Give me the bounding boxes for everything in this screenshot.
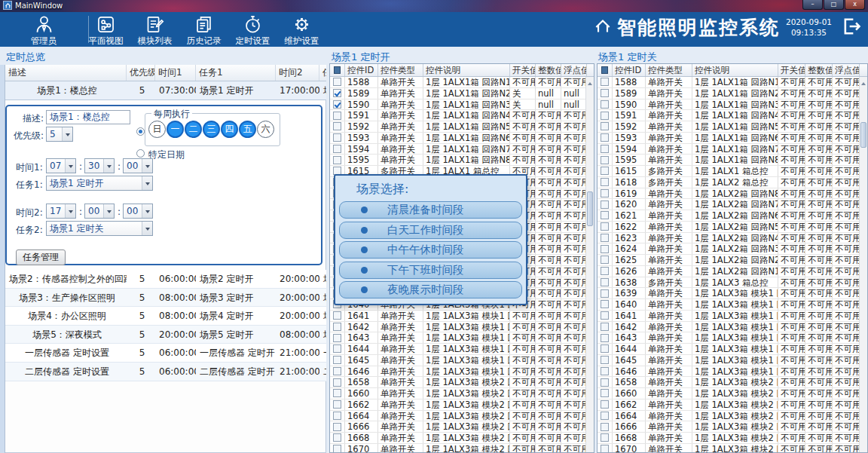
day-circle-四[interactable]: 四 <box>221 121 238 138</box>
scene-on-row[interactable]: 1641单路开关1层 1ALX3箱 模块1 回路N6不可用不可用不可用 <box>330 311 587 322</box>
scene-option-button[interactable]: 白天工作时间段 <box>339 222 522 239</box>
column-header[interactable]: 优先级 <box>127 65 155 81</box>
overview-row[interactable]: 一层传感器 定时设置506:00:00一层传感器 定时开21:00:00一层传感… <box>5 344 326 363</box>
row-checkbox[interactable] <box>601 112 609 120</box>
scene-off-row[interactable]: 1595单路开关1层 1ALX1箱 回路N8不可用不可用不可用 <box>598 155 860 166</box>
scene-off-row[interactable]: 1588单路开关1层 1ALX1箱 回路N1不可用不可用不可用 <box>598 77 860 88</box>
row-checkbox[interactable] <box>333 145 341 153</box>
column-header[interactable]: 任务1 <box>196 65 276 81</box>
row-checkbox[interactable] <box>333 112 341 120</box>
nav-item-timing-settings[interactable]: 定时设置 <box>228 14 277 47</box>
row-checkbox[interactable] <box>601 300 609 308</box>
column-header[interactable]: 浮点值 <box>833 64 860 76</box>
overview-row[interactable]: 场景3：生产操作区照明508:00:00场景3 定时开20:00:00场景3 定… <box>5 289 326 308</box>
column-header[interactable]: 任务2 <box>319 65 326 81</box>
scene-off-row[interactable]: 1615多路开关1层 1ALX1 箱总控不可用不可用不可用 <box>598 166 860 177</box>
day-circle-三[interactable]: 三 <box>203 121 220 138</box>
scene-off-row[interactable]: 1645单路开关1层 1ALX3箱 模块1 回路N2不可用不可用不可用 <box>598 355 860 366</box>
close-button[interactable]: x <box>845 0 865 10</box>
row-checkbox[interactable] <box>601 433 609 442</box>
nav-item-history[interactable]: 历史记录 <box>179 14 228 47</box>
row-checkbox[interactable] <box>333 100 341 109</box>
row-checkbox[interactable] <box>601 211 609 219</box>
row-checkbox[interactable] <box>601 344 609 353</box>
scene-off-row[interactable]: 1593单路开关1层 1ALX1箱 回路N6不可用不可用不可用 <box>598 133 860 144</box>
row-checkbox[interactable] <box>333 156 341 164</box>
scene-on-row[interactable]: 1645单路开关1层 1ALX3箱 模块1 回路N2不可用不可用不可用 <box>330 355 587 366</box>
row-checkbox[interactable] <box>333 311 341 320</box>
specific-date-radio[interactable] <box>136 149 145 158</box>
row-checkbox[interactable] <box>601 89 609 97</box>
select-all-checkbox[interactable] <box>598 64 613 76</box>
scene-on-row[interactable]: 1589单路开关1层 1ALX1箱 回路N2关nullnull <box>330 88 587 99</box>
row-checkbox[interactable] <box>601 145 609 153</box>
scene-on-row[interactable]: 1646单路开关1层 1ALX3箱 模块1 回路N1不可用不可用不可用 <box>330 366 587 378</box>
row-checkbox[interactable] <box>601 323 609 331</box>
scene-off-row[interactable]: 1621单路开关1层 1ALX2箱 回路N6不可用不可用不可用 <box>598 210 860 222</box>
column-header[interactable]: 控件类型 <box>378 64 423 76</box>
scene-on-row[interactable]: 1591单路开关1层 1ALX1箱 回路N4不可用不可用不可用 <box>330 110 587 121</box>
row-checkbox[interactable] <box>333 323 341 331</box>
column-header[interactable]: 开关值 <box>778 64 805 76</box>
day-circle-六[interactable]: 六 <box>257 121 274 138</box>
row-checkbox[interactable] <box>601 334 609 342</box>
scene-off-row[interactable]: 1639单路开关1层 1ALX3箱 模块1 回路N8不可用不可用不可用 <box>598 288 860 299</box>
row-checkbox[interactable] <box>601 389 609 397</box>
time2-minute-select[interactable]: 00 <box>84 204 115 219</box>
scene-on-row[interactable]: 1642单路开关1层 1ALX3箱 模块1 回路N5不可用不可用不可用 <box>330 322 587 333</box>
row-checkbox[interactable] <box>333 356 341 364</box>
overview-row-selected[interactable]: 场景1：楼总控507:30:00场景1 定时开17:00:00场景1 定时关 <box>5 81 326 100</box>
scene-off-row[interactable]: 1589单路开关1层 1ALX1箱 回路N2不可用不可用不可用 <box>598 88 860 99</box>
row-checkbox[interactable] <box>601 423 609 431</box>
scene-off-row[interactable]: 1668单路开关1层 1ALX3箱 模块2 回路N14不可用不可用不可用 <box>598 433 860 444</box>
scene-off-row[interactable]: 1644单路开关1层 1ALX3箱 模块1 回路N3不可用不可用不可用 <box>598 344 860 355</box>
scene-off-row[interactable]: 1620单路开关1层 1ALX2箱 回路N7不可用不可用不可用 <box>598 199 860 210</box>
nav-item-maintenance-settings[interactable]: 维护设置 <box>277 14 326 47</box>
row-checkbox[interactable] <box>601 289 609 298</box>
scene-off-row[interactable]: 1670单路开关1层 1ALX3箱 模块2 回路N15不可用不可用不可用 <box>598 444 860 452</box>
scene-on-row[interactable]: 1660单路开关1层 1ALX3箱 模块2 回路N10不可用不可用不可用 <box>330 388 587 399</box>
minimize-button[interactable]: – <box>802 0 823 10</box>
row-checkbox[interactable] <box>601 100 609 109</box>
row-checkbox[interactable] <box>333 400 341 409</box>
row-checkbox[interactable] <box>333 133 341 142</box>
row-checkbox[interactable] <box>601 412 609 420</box>
scene-off-row[interactable]: 1592单路开关1层 1ALX1箱 回路N5不可用不可用不可用 <box>598 121 860 133</box>
row-checkbox[interactable] <box>601 167 609 175</box>
row-checkbox[interactable] <box>333 78 341 86</box>
row-checkbox[interactable] <box>601 200 609 209</box>
scene-off-row[interactable]: 1619单路开关1层 1ALX2箱 回路N8不可用不可用不可用 <box>598 188 860 200</box>
row-checkbox[interactable] <box>333 89 341 97</box>
row-checkbox[interactable] <box>333 344 341 353</box>
description-input[interactable]: 场景1：楼总控 <box>46 110 130 124</box>
column-header[interactable]: 控件说明 <box>692 64 778 76</box>
logout-icon[interactable] <box>841 16 862 40</box>
row-checkbox[interactable] <box>333 122 341 130</box>
column-header[interactable]: 控件ID <box>613 64 646 76</box>
row-checkbox[interactable] <box>601 356 609 364</box>
column-header[interactable]: 控件ID <box>345 64 378 76</box>
scene-on-row[interactable]: 1588单路开关1层 1ALX1箱 回路N1不可用不可用不可用 <box>330 77 587 88</box>
scene-on-row[interactable]: 1664单路开关1层 1ALX3箱 模块2 回路N12不可用不可用不可用 <box>330 411 587 422</box>
column-header[interactable]: 时间2 <box>276 65 319 81</box>
column-header[interactable]: 描述 <box>5 65 127 81</box>
scene-off-row[interactable]: 1640单路开关1层 1ALX3箱 模块1 回路N7不可用不可用不可用 <box>598 299 860 311</box>
scene-on-row[interactable]: 1643单路开关1层 1ALX3箱 模块1 回路N4不可用不可用不可用 <box>330 332 587 344</box>
row-checkbox[interactable] <box>333 334 341 342</box>
scene-option-button[interactable]: 中午午休时间段 <box>339 241 522 259</box>
day-circle-五[interactable]: 五 <box>239 121 256 138</box>
nav-item-admin[interactable]: 管理员 <box>9 14 78 47</box>
nav-item-plan-view[interactable]: 平面视图 <box>81 14 130 47</box>
row-checkbox[interactable] <box>601 133 609 142</box>
scene-off-row[interactable]: 1626单路开关1层 1ALX2箱 回路N1不可用不可用不可用 <box>598 266 860 277</box>
row-checkbox[interactable] <box>601 245 609 253</box>
scene-off-row[interactable]: 1590单路开关1层 1ALX1箱 回路N3不可用不可用不可用 <box>598 99 860 111</box>
scene-on-scrollbar[interactable] <box>585 77 594 452</box>
column-header[interactable]: 开关值 <box>510 64 536 76</box>
scene-on-row[interactable]: 1594单路开关1层 1ALX1箱 回路N7不可用不可用不可用 <box>330 144 587 155</box>
day-circle-一[interactable]: 一 <box>167 121 184 138</box>
select-all-checkbox[interactable] <box>330 64 345 76</box>
time1-hour-select[interactable]: 07 <box>46 158 76 173</box>
overview-row[interactable]: 二层传感器 定时设置506:00:00二层传感器 定时开21:00:00二层传感… <box>5 363 326 381</box>
row-checkbox[interactable] <box>601 367 609 375</box>
